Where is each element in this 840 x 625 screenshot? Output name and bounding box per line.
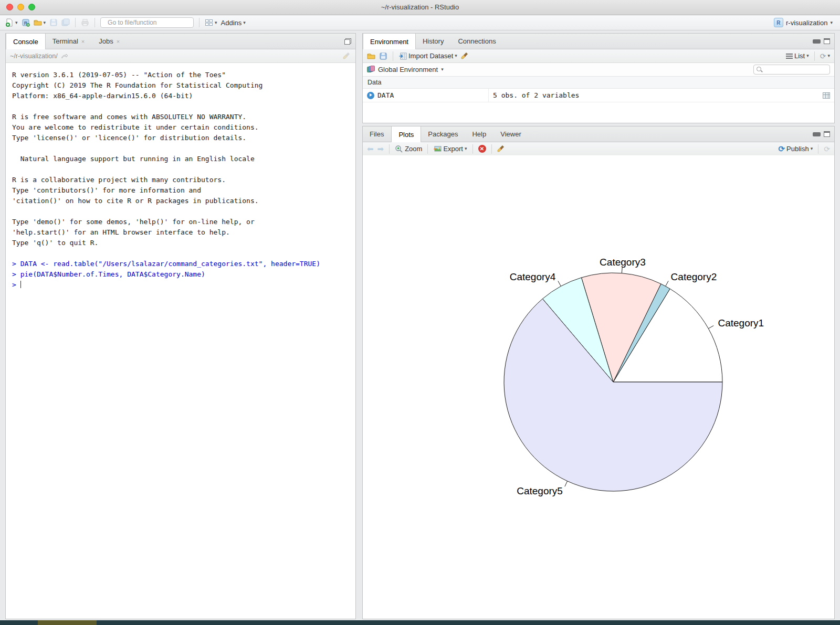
tab-files-label: Files (370, 130, 384, 138)
pie-label-tick (622, 267, 622, 273)
publish-caret-icon: ▾ (811, 146, 813, 151)
save-button[interactable] (49, 18, 58, 27)
tab-viewer-label: Viewer (500, 130, 521, 138)
minimize-plots-pane-icon[interactable] (813, 132, 821, 136)
toolbar-separator (389, 144, 390, 154)
console-output[interactable]: R version 3.6.1 (2019-07-05) -- "Action … (6, 63, 355, 619)
refresh-environment-button[interactable]: ⟳ ▾ (820, 52, 830, 60)
publish-icon: ⟳ (779, 145, 785, 153)
toolbar-separator (427, 144, 428, 154)
new-file-caret-icon[interactable]: ▾ (15, 20, 18, 25)
clear-environment-broom-icon[interactable] (461, 52, 469, 60)
tab-connections[interactable]: Connections (451, 34, 503, 49)
export-plot-button[interactable]: Export ▾ (433, 145, 467, 153)
goto-file-input[interactable] (107, 18, 190, 27)
pie-slice-label: Category5 (517, 485, 563, 496)
zoom-plot-button[interactable]: Zoom (395, 145, 422, 153)
export-plot-label: Export (443, 145, 463, 153)
maximize-console-pane-icon[interactable] (344, 38, 351, 45)
plots-pane: Files Plots Packages Help Viewer ⬅ ➡ Zoo… (362, 126, 835, 619)
plot-display-area: Category1Category2Category3Category4Cate… (363, 155, 834, 619)
addins-button[interactable]: Addins ▾ (221, 19, 246, 27)
environment-list-view-button[interactable]: List ▾ (786, 52, 809, 60)
tab-history[interactable]: History (416, 34, 451, 49)
tab-terminal[interactable]: Terminal × (46, 34, 92, 49)
environment-search-box[interactable] (753, 65, 830, 75)
next-plot-button[interactable]: ➡ (377, 145, 384, 153)
open-file-button[interactable]: ▾ (34, 18, 46, 27)
pie-chart: Category1Category2Category3Category4Cate… (363, 155, 834, 619)
print-button[interactable] (81, 18, 89, 27)
tab-environment[interactable]: Environment (363, 34, 416, 49)
goto-file-search[interactable] (100, 17, 194, 28)
console-output-line (12, 143, 349, 154)
console-output-line: R is a collaborative project with many c… (12, 175, 349, 185)
import-dataset-icon (398, 52, 407, 60)
console-output-line (12, 101, 349, 112)
clear-console-broom-icon[interactable] (343, 52, 351, 60)
tab-files[interactable]: Files (363, 126, 391, 142)
tab-packages[interactable]: Packages (421, 126, 465, 142)
clear-all-plots-broom-icon[interactable] (497, 145, 506, 153)
addins-caret-icon: ▾ (243, 20, 246, 25)
project-menu-button[interactable]: R r-visualization ▾ (774, 18, 833, 27)
minimize-environment-pane-icon[interactable] (813, 39, 821, 44)
tab-terminal-label: Terminal (52, 37, 78, 45)
goto-directory-icon[interactable] (61, 53, 68, 59)
import-dataset-button[interactable]: Import Dataset ▾ (398, 52, 457, 60)
environment-object-row[interactable]: DATA 5 obs. of 2 variables (363, 89, 834, 102)
tab-help[interactable]: Help (465, 126, 494, 142)
tab-jobs[interactable]: Jobs × (92, 34, 127, 49)
toolbar-separator (491, 144, 492, 154)
toolbar-separator (818, 144, 818, 154)
project-name: r-visualization (786, 19, 827, 27)
console-command-line: > DATA <- read.table("/Users/lsalazar/co… (12, 259, 349, 269)
console-path-bar: ~/r-visualization/ (6, 49, 355, 63)
console-prompt: > (12, 281, 16, 289)
console-output-line: Copyright (C) 2019 The R Foundation for … (12, 80, 349, 91)
console-startup-block: R version 3.6.1 (2019-07-05) -- "Action … (12, 70, 349, 259)
workspace-panes-button[interactable]: ▾ (205, 18, 217, 27)
publish-plot-button[interactable]: ⟳ Publish ▾ (779, 145, 813, 153)
tab-plots[interactable]: Plots (391, 126, 421, 142)
list-view-icon (786, 54, 793, 59)
global-environment-caret-icon[interactable]: ▾ (441, 67, 444, 72)
environment-search-input[interactable] (765, 66, 827, 74)
previous-plot-button[interactable]: ⬅ (367, 145, 374, 153)
tab-terminal-close-icon[interactable]: × (81, 38, 85, 45)
global-environment-label[interactable]: Global Environment (378, 66, 438, 73)
tab-jobs-close-icon[interactable]: × (117, 38, 120, 45)
console-output-line: Platform: x86_64-apple-darwin15.6.0 (64-… (12, 91, 349, 101)
save-workspace-icon[interactable] (379, 52, 387, 60)
toolbar-separator (472, 144, 473, 154)
expand-object-icon[interactable] (367, 92, 374, 99)
console-caret (20, 281, 21, 288)
maximize-plots-pane-icon[interactable] (824, 131, 830, 137)
window-title: ~/r-visualization - RStudio (0, 0, 840, 15)
export-caret-icon: ▾ (465, 146, 467, 151)
object-name: DATA (377, 91, 394, 99)
export-image-icon (433, 145, 442, 153)
new-file-button[interactable]: ▾ (5, 18, 18, 27)
environment-scope-bar: Global Environment ▾ (363, 63, 834, 77)
new-file-icon (5, 18, 14, 27)
console-output-line (12, 206, 349, 217)
refresh-icon: ⟳ (820, 52, 826, 60)
refresh-plot-icon[interactable]: ⟳ (824, 145, 830, 153)
console-output-line: R version 3.6.1 (2019-07-05) -- "Action … (12, 70, 349, 80)
tab-console[interactable]: Console (6, 34, 46, 49)
pie-label-tick (708, 325, 713, 329)
load-workspace-icon[interactable] (367, 52, 375, 60)
panes-grid-icon (205, 18, 213, 27)
new-project-button[interactable]: R (22, 18, 30, 27)
zoom-magnifier-icon (395, 145, 403, 153)
save-all-button[interactable] (61, 18, 70, 27)
open-file-caret-icon[interactable]: ▾ (44, 20, 46, 25)
console-output-line (12, 164, 349, 175)
remove-plot-button[interactable]: ✕ (478, 145, 486, 153)
addins-label: Addins (221, 19, 242, 27)
view-table-icon[interactable] (823, 92, 830, 99)
panes-caret-icon[interactable]: ▾ (215, 20, 217, 25)
tab-viewer[interactable]: Viewer (494, 126, 529, 142)
maximize-environment-pane-icon[interactable] (824, 38, 830, 44)
